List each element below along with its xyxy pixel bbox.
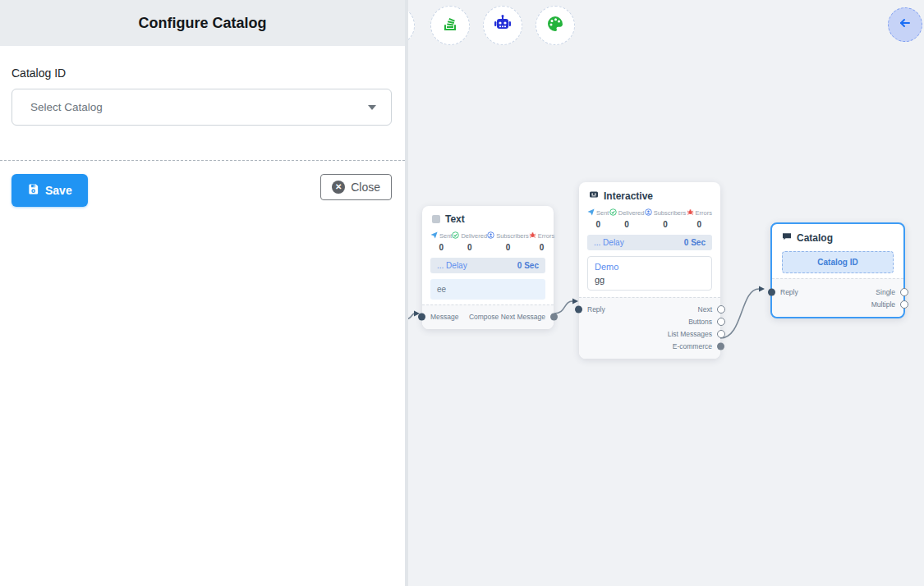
- text-node-stats: Sent0 Delivered0 Subscribers0 Errors0: [422, 230, 554, 255]
- subscribers-icon: [487, 231, 494, 240]
- errors-icon: [687, 208, 694, 217]
- page-title: Configure Catalog: [139, 15, 267, 32]
- multiple-output-handle[interactable]: [900, 300, 908, 309]
- interactive-node-stats: Sent0 Delivered0 Subscribers0 Errors0: [579, 207, 720, 232]
- output-label-single: Single: [876, 288, 895, 296]
- interactive-node-footer: Reply Next Buttons List Messages E-comme…: [579, 297, 720, 359]
- chat-bubble-icon: [782, 231, 792, 244]
- delay-value: 0 Sec: [517, 261, 539, 270]
- save-icon: [27, 183, 39, 198]
- robot-icon: [492, 13, 513, 38]
- interactive-body-preview[interactable]: Demo gg: [587, 256, 712, 291]
- arrow-left-icon: [898, 16, 913, 34]
- delivered-count: 0: [624, 220, 629, 229]
- close-icon: ✕: [332, 181, 345, 194]
- configure-catalog-panel: Configure Catalog Catalog ID Select Cata…: [0, 0, 408, 586]
- catalog-id-label: Catalog ID: [11, 66, 392, 80]
- chevron-down-icon: [368, 105, 376, 110]
- reply-input-handle[interactable]: [768, 288, 775, 295]
- reply-input-label: Reply: [587, 305, 605, 314]
- errors-count: 0: [697, 220, 702, 229]
- stack-icon: [440, 14, 460, 37]
- buttons-output-handle[interactable]: [717, 318, 725, 326]
- toolbar-button-theme[interactable]: [536, 6, 575, 45]
- reply-input-handle[interactable]: [575, 305, 582, 313]
- subscribers-icon: [645, 208, 652, 217]
- palette-icon: [545, 13, 566, 38]
- sent-icon: [587, 208, 595, 217]
- message-input-label: Message: [430, 313, 459, 321]
- single-output-handle[interactable]: [900, 288, 908, 296]
- catalog-select[interactable]: Select Catalog: [11, 89, 392, 126]
- compose-next-label: Compose Next Message: [469, 313, 545, 321]
- interactive-body-title: Demo: [595, 262, 705, 272]
- text-node-footer: Message Compose Next Message: [422, 304, 554, 329]
- toolbar-button-stack[interactable]: [430, 6, 470, 45]
- text-node-icon: [432, 215, 440, 223]
- flow-node-interactive[interactable]: Interactive Sent0 Delivered0 Subscribers…: [579, 182, 720, 359]
- interactive-node-icon: [589, 190, 599, 202]
- sent-count: 0: [439, 243, 444, 252]
- delay-row[interactable]: ... Delay 0 Sec: [430, 258, 545, 273]
- message-input-handle[interactable]: [418, 313, 425, 320]
- delivered-count: 0: [467, 243, 472, 252]
- output-label-multiple: Multiple: [871, 300, 895, 309]
- save-button[interactable]: Save: [11, 174, 88, 207]
- flow-node-catalog[interactable]: Catalog Catalog ID Reply Single Multiple: [770, 222, 905, 318]
- delay-value: 0 Sec: [684, 238, 706, 247]
- text-node-title: Text: [445, 213, 465, 225]
- errors-icon: [529, 231, 536, 240]
- flow-node-text[interactable]: Text Sent0 Delivered0 Subscribers0 Error…: [422, 206, 554, 329]
- divider: [0, 160, 405, 161]
- sent-count: 0: [595, 220, 600, 229]
- sent-icon: [430, 231, 438, 240]
- message-preview[interactable]: ee: [430, 279, 545, 300]
- catalog-select-value: Select Catalog: [30, 101, 103, 113]
- output-label-ecommerce: E-commerce: [673, 342, 712, 350]
- catalog-node-header: Catalog: [772, 224, 903, 249]
- subscribers-count: 0: [506, 243, 511, 252]
- delivered-icon: [609, 208, 617, 217]
- close-button-label: Close: [351, 181, 380, 194]
- next-output-handle[interactable]: [717, 305, 725, 314]
- toolbar-button-bot[interactable]: [483, 6, 522, 45]
- save-button-label: Save: [45, 184, 72, 197]
- close-button[interactable]: ✕ Close: [320, 174, 392, 200]
- reply-input-label: Reply: [780, 288, 798, 296]
- output-label-list-messages: List Messages: [668, 330, 712, 338]
- panel-header: Configure Catalog: [0, 0, 405, 46]
- collapse-panel-button[interactable]: [888, 7, 922, 42]
- catalog-id-button[interactable]: Catalog ID: [782, 251, 894, 273]
- list-messages-output-handle[interactable]: [717, 330, 725, 338]
- catalog-node-footer: Reply Single Multiple: [772, 278, 903, 317]
- delay-row[interactable]: ... Delay 0 Sec: [587, 235, 712, 250]
- delivered-icon: [452, 231, 459, 240]
- output-label-buttons: Buttons: [688, 318, 712, 326]
- catalog-node-title: Catalog: [797, 232, 833, 244]
- interactive-node-title: Interactive: [604, 190, 653, 202]
- compose-next-output-handle[interactable]: [550, 313, 558, 320]
- output-label-next: Next: [698, 305, 712, 314]
- interactive-body-value: gg: [595, 275, 705, 285]
- errors-count: 0: [540, 243, 545, 252]
- subscribers-count: 0: [663, 220, 668, 229]
- interactive-node-header: Interactive: [579, 182, 720, 207]
- ecommerce-output-handle[interactable]: [717, 342, 724, 350]
- text-node-header: Text: [422, 206, 554, 230]
